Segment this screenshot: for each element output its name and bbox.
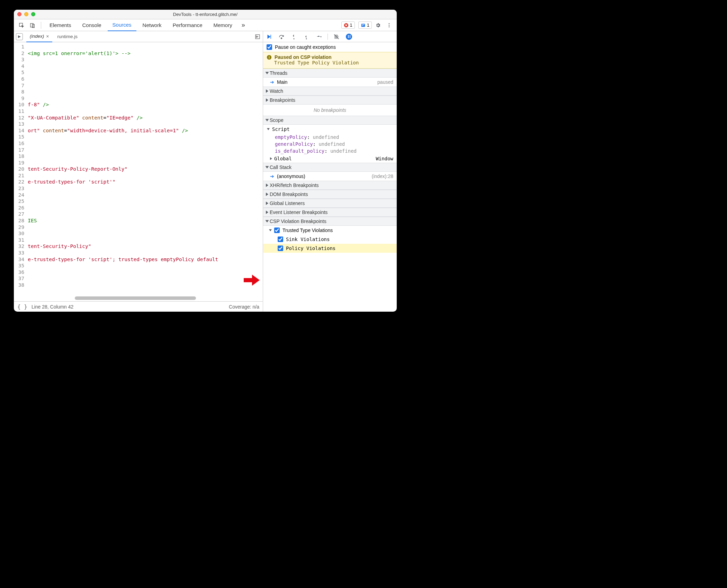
svg-point-13: [321, 36, 322, 37]
tab-performance[interactable]: Performance: [168, 19, 207, 31]
divider: [41, 22, 41, 29]
titlebar: DevTools - tt-enforced.glitch.me/: [14, 10, 397, 19]
watch-header[interactable]: Watch: [263, 87, 397, 96]
editor-pane: (index) × runtime.js 1 2 3 4 5 6 7 8 9 1…: [14, 31, 263, 312]
file-tabs: (index) × runtime.js: [14, 31, 263, 42]
current-thread-icon: ➔: [270, 79, 274, 85]
file-tab-label: (index): [30, 34, 44, 39]
line-number-gutter: 1 2 3 4 5 6 7 8 9 10 11 12 13 14 15 16 1…: [14, 42, 27, 301]
scope-var: generalPolicy: undefined: [263, 141, 397, 148]
pause-exceptions-icon[interactable]: [345, 33, 353, 41]
global-listeners-header[interactable]: Global Listeners: [263, 199, 397, 208]
csp-trusted-type[interactable]: Trusted Type Violations: [263, 226, 397, 235]
csp-trusted-checkbox[interactable]: [274, 228, 280, 233]
error-count: 1: [350, 23, 352, 28]
code-editor[interactable]: 1 2 3 4 5 6 7 8 9 10 11 12 13 14 15 16 1…: [14, 42, 263, 301]
svg-point-10: [281, 38, 282, 39]
callstack-frame[interactable]: ➔ (anonymous) (index):28: [263, 172, 397, 181]
inspect-element-icon[interactable]: [17, 20, 26, 30]
issue-icon: [361, 23, 366, 28]
threads-header[interactable]: Threads: [263, 69, 397, 78]
window-title: DevTools - tt-enforced.glitch.me/: [14, 12, 397, 17]
settings-icon[interactable]: [373, 20, 383, 30]
event-listener-header[interactable]: Event Listener Breakpoints: [263, 208, 397, 217]
cursor-position: Line 28, Column 42: [32, 304, 73, 310]
svg-point-6: [389, 25, 390, 26]
svg-rect-15: [269, 57, 270, 59]
tab-network[interactable]: Network: [138, 19, 167, 31]
thread-main[interactable]: ➔ Main paused: [263, 78, 397, 87]
svg-point-11: [294, 38, 295, 39]
svg-point-7: [389, 26, 390, 27]
more-tabs-icon[interactable]: »: [239, 20, 248, 30]
tab-sources[interactable]: Sources: [108, 19, 136, 31]
banner-subtitle: Trusted Type Policy Violation: [267, 60, 393, 65]
scope-global[interactable]: GlobalWindow: [263, 154, 397, 163]
info-icon: [267, 55, 272, 60]
no-breakpoints-label: No breakpoints: [263, 105, 397, 116]
main-tab-bar: Elements Console Sources Network Perform…: [14, 19, 397, 31]
kebab-menu-icon[interactable]: [384, 20, 394, 30]
close-icon[interactable]: ×: [46, 34, 49, 39]
scope-script[interactable]: Script: [263, 125, 397, 134]
error-badge[interactable]: 1: [341, 21, 355, 29]
horizontal-scrollbar[interactable]: [75, 296, 196, 300]
issue-badge[interactable]: 1: [358, 21, 372, 29]
file-tab-label: runtime.js: [57, 34, 78, 39]
editor-status-bar: { } Line 28, Column 42 Coverage: n/a: [14, 301, 263, 312]
scope-var: is_default_policy: undefined: [263, 148, 397, 154]
code-area[interactable]: <img src=1 onerror='alert(1)'> --> f-8" …: [27, 42, 263, 301]
csp-sink[interactable]: Sink Violations: [263, 235, 397, 244]
svg-rect-1: [30, 23, 33, 27]
close-window[interactable]: [17, 12, 21, 16]
pretty-print-icon[interactable]: { }: [17, 303, 27, 310]
tab-memory[interactable]: Memory: [209, 19, 237, 31]
svg-point-5: [389, 23, 390, 24]
dom-bp-header[interactable]: DOM Breakpoints: [263, 190, 397, 199]
deactivate-breakpoints-icon[interactable]: [333, 33, 340, 41]
debugger-toolbar: [263, 31, 397, 42]
scope-header[interactable]: Scope: [263, 116, 397, 125]
csp-sink-checkbox[interactable]: [278, 237, 283, 242]
step-icon[interactable]: [315, 33, 323, 41]
resume-icon[interactable]: [265, 33, 273, 41]
debugger-pane: Pause on caught exceptions Paused on CSP…: [263, 31, 397, 312]
error-icon: [344, 23, 349, 28]
device-toolbar-icon[interactable]: [28, 20, 37, 30]
svg-point-12: [306, 38, 307, 39]
csp-violation-header[interactable]: CSP Violation Breakpoints: [263, 217, 397, 226]
xhr-header[interactable]: XHR/fetch Breakpoints: [263, 181, 397, 190]
current-frame-icon: ➔: [270, 173, 274, 179]
breakpoints-header[interactable]: Breakpoints: [263, 96, 397, 105]
file-tab-index[interactable]: (index) ×: [26, 31, 52, 42]
svg-rect-16: [269, 56, 270, 56]
file-tabs-overflow-icon[interactable]: [254, 34, 261, 39]
csp-policy[interactable]: Policy Violations: [263, 244, 397, 253]
minimize-window[interactable]: [24, 12, 28, 16]
svg-rect-4: [361, 24, 365, 27]
file-tab-runtime[interactable]: runtime.js: [54, 31, 81, 42]
issue-count: 1: [367, 23, 369, 28]
step-out-icon[interactable]: [303, 33, 310, 41]
devtools-window: DevTools - tt-enforced.glitch.me/ Elemen…: [14, 10, 397, 312]
zoom-window[interactable]: [31, 12, 35, 16]
step-into-icon[interactable]: [290, 33, 298, 41]
step-over-icon[interactable]: [278, 33, 285, 41]
traffic-lights: [17, 12, 35, 16]
callstack-header[interactable]: Call Stack: [263, 163, 397, 172]
tab-elements[interactable]: Elements: [45, 19, 76, 31]
scope-var: emptyPolicy: undefined: [263, 134, 397, 141]
pause-caught-checkbox[interactable]: [267, 44, 272, 50]
pause-caught-label: Pause on caught exceptions: [275, 44, 336, 50]
coverage-status: Coverage: n/a: [229, 304, 259, 310]
paused-banner: Paused on CSP violation Trusted Type Pol…: [263, 52, 397, 69]
banner-title: Paused on CSP violation: [275, 54, 332, 60]
svg-rect-9: [271, 35, 271, 39]
toggle-navigator-icon[interactable]: [16, 33, 23, 40]
pause-caught-row: Pause on caught exceptions: [263, 42, 397, 52]
csp-policy-checkbox[interactable]: [278, 246, 283, 251]
tab-console[interactable]: Console: [78, 19, 106, 31]
